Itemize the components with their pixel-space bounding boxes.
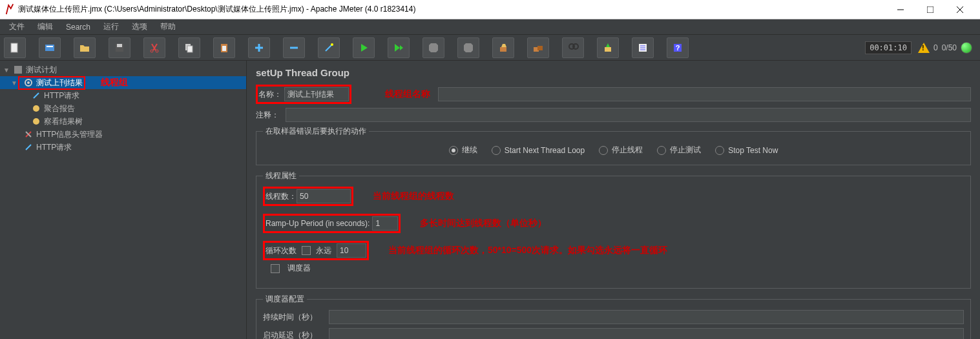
testplan-icon <box>13 65 23 75</box>
menu-run[interactable]: 运行 <box>97 19 125 34</box>
annotation-threads: 当前线程组的线程数 <box>373 190 454 202</box>
clear-all-button[interactable] <box>527 37 549 58</box>
rampup-input[interactable] <box>372 216 398 231</box>
warning-icon <box>918 43 930 53</box>
svg-point-21 <box>331 43 333 46</box>
svg-rect-8 <box>117 44 122 47</box>
svg-rect-24 <box>537 46 543 50</box>
remove-button[interactable] <box>283 37 305 58</box>
duration-label: 持续时间（秒） <box>263 312 325 323</box>
scheduler-config-fieldset: 调度器配置 持续时间（秒） 启动延迟（秒） <box>256 294 971 339</box>
open-button[interactable] <box>74 37 96 58</box>
svg-line-37 <box>34 93 39 98</box>
add-button[interactable] <box>248 37 270 58</box>
svg-line-20 <box>326 45 332 51</box>
copy-button[interactable] <box>178 37 200 58</box>
window-title: 测试媒体位上传照片.jmx (C:\Users\Administrator\De… <box>18 4 886 15</box>
templates-button[interactable] <box>39 37 61 58</box>
radio-stop-now[interactable]: Stop Test Now <box>715 146 778 155</box>
menu-search[interactable]: Search <box>59 21 97 34</box>
duration-input[interactable] <box>329 310 964 324</box>
tree-view-results[interactable]: 察看结果树 <box>0 115 246 128</box>
save-button[interactable] <box>109 37 130 58</box>
radio-continue[interactable]: 继续 <box>449 145 477 156</box>
scheduler-config-legend: 调度器配置 <box>263 294 307 305</box>
forever-label: 永远 <box>316 245 331 256</box>
collapse-icon[interactable]: ▼ <box>10 79 18 87</box>
cut-button[interactable] <box>143 37 165 58</box>
error-action-legend: 在取样器错误后要执行的动作 <box>263 126 369 137</box>
stop-button[interactable] <box>422 37 444 58</box>
paste-button[interactable] <box>213 37 235 58</box>
clear-button[interactable] <box>492 37 514 58</box>
comment-input[interactable] <box>286 108 971 122</box>
radio-stop-thread[interactable]: 停止线程 <box>599 145 643 156</box>
tree-http-request-1[interactable]: HTTP请求 <box>0 89 246 102</box>
app-icon <box>5 4 14 15</box>
forever-checkbox[interactable] <box>302 246 311 255</box>
search-button[interactable] <box>562 37 584 58</box>
radio-stop-test[interactable]: 停止测试 <box>657 145 701 156</box>
annotation-rampup: 多长时间达到线程数（单位秒） <box>420 218 547 229</box>
scheduler-label: 调度器 <box>287 263 311 274</box>
clock-icon <box>31 116 41 127</box>
tree-thread-group-label: 测试上刊结果 <box>36 77 83 88</box>
tree-http1-label: HTTP请求 <box>44 90 79 101</box>
scheduler-checkbox[interactable] <box>271 264 280 273</box>
timer-display: 00:01:10 <box>865 41 912 54</box>
menubar: 文件 编辑 Search 运行 选项 帮助 <box>0 19 980 35</box>
shutdown-button[interactable] <box>457 37 479 58</box>
tree-http-request-2[interactable]: HTTP请求 <box>0 141 246 154</box>
tree-aggregate-report[interactable]: 聚合报告 <box>0 102 246 115</box>
name-input[interactable] <box>284 87 349 101</box>
close-button[interactable] <box>945 0 975 19</box>
svg-rect-1 <box>927 6 933 13</box>
warning-count: 0 <box>933 43 938 52</box>
radio-start-next[interactable]: Start Next Thread Loop <box>492 146 585 155</box>
menu-edit[interactable]: 编辑 <box>31 19 59 34</box>
collapse-icon[interactable]: ▼ <box>3 67 10 74</box>
svg-rect-34 <box>14 66 22 74</box>
tree-root[interactable]: ▼ 测试计划 <box>0 63 246 76</box>
start-button[interactable] <box>353 37 375 58</box>
pipette-icon <box>23 142 34 152</box>
function-helper-button[interactable] <box>632 37 654 58</box>
name-input-extended[interactable] <box>438 87 971 101</box>
clock-icon <box>31 103 41 114</box>
tree-http2-label: HTTP请求 <box>36 142 72 153</box>
reset-search-button[interactable] <box>597 37 619 58</box>
threads-input[interactable] <box>297 189 351 203</box>
menu-help[interactable]: 帮助 <box>154 19 182 34</box>
svg-line-42 <box>26 145 31 150</box>
loop-input[interactable] <box>337 243 366 258</box>
wand-button[interactable] <box>318 37 340 58</box>
status-indicator-icon <box>961 42 972 54</box>
svg-rect-6 <box>47 46 53 47</box>
tree-agg-label: 聚合报告 <box>44 103 75 114</box>
tree-root-label: 测试计划 <box>26 65 57 76</box>
delay-input[interactable] <box>329 328 964 339</box>
rampup-label: Ramp-Up Period (in seconds): <box>266 219 370 228</box>
thread-props-legend: 线程属性 <box>263 170 299 181</box>
help-button[interactable]: ? <box>667 37 689 58</box>
menu-options[interactable]: 选项 <box>125 19 154 34</box>
new-button[interactable] <box>4 37 26 58</box>
tree-thread-group[interactable]: ▼ 测试上刊结果 线程组 <box>0 76 246 89</box>
svg-text:?: ? <box>676 44 680 52</box>
minimize-button[interactable] <box>886 0 915 19</box>
thread-count: 0/50 <box>942 43 957 52</box>
svg-point-12 <box>156 50 158 52</box>
menu-file[interactable]: 文件 <box>3 19 31 34</box>
tree-view-results-label: 察看结果树 <box>44 116 83 127</box>
delay-label: 启动延迟（秒） <box>263 330 325 340</box>
tree-header-manager[interactable]: HTTP信息头管理器 <box>0 128 246 141</box>
svg-rect-14 <box>187 46 193 52</box>
toolbar: ? 00:01:10 0 0/50 <box>0 35 980 61</box>
loop-label: 循环次数 <box>266 245 297 256</box>
content-pane: setUp Thread Group 名称： 线程组名称 注释： 在取样器错误后… <box>247 61 980 339</box>
start-remote-button[interactable] <box>388 37 410 58</box>
tree-header-mgr-label: HTTP信息头管理器 <box>36 129 103 140</box>
svg-rect-4 <box>11 43 17 52</box>
maximize-button[interactable] <box>915 0 945 19</box>
name-label: 名称： <box>258 89 284 100</box>
